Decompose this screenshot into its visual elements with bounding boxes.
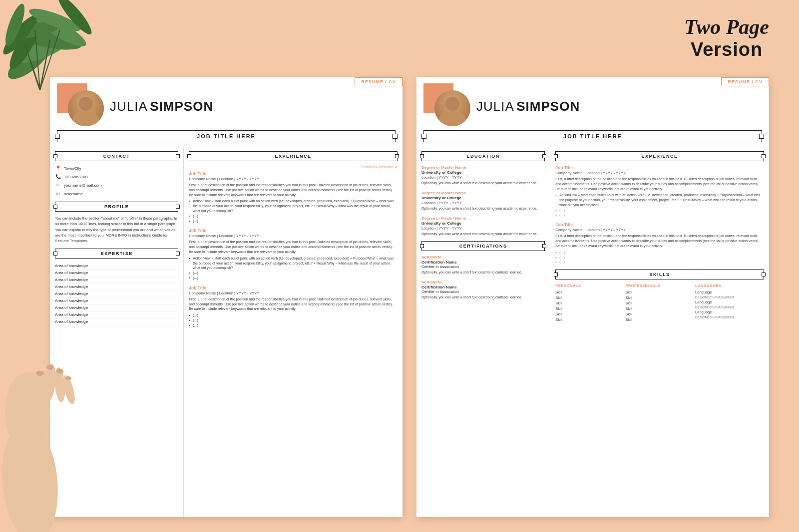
job-entry: Job TitleCompany Name | Location | YYYY …	[555, 165, 764, 217]
page2-body: EDUCATION Degree or Master NameUniversit…	[416, 147, 769, 517]
professional-skill: Skill	[625, 300, 694, 306]
education-degree: Degree or Master Name	[421, 165, 545, 170]
professional-skill: Skill	[625, 311, 694, 317]
first-name-2: JULIA	[476, 99, 514, 114]
contact-address: 📍 Town/City	[55, 165, 178, 171]
profile-photo-2	[434, 90, 470, 126]
job-bullet: Action/How – start each bullet point wit…	[189, 256, 398, 270]
language-name: Language	[695, 289, 764, 295]
education-entry: Degree or Master NameUniversity or Colle…	[421, 216, 545, 237]
featured-badge: Featured Experience ★	[189, 165, 398, 169]
job-company: Company Name | Location | YYYY - YYYY	[555, 228, 764, 232]
profile-section: PROFILE You can include the section "abo…	[55, 202, 178, 244]
profile-header: PROFILE	[55, 202, 178, 212]
job-bullet: (...)	[555, 213, 764, 218]
education-entry: Degree or Master NameUniversity or Colle…	[421, 191, 545, 211]
education-degree: Degree or Master Name	[421, 216, 545, 221]
page2-header: JULIA SIMPSON	[416, 77, 769, 126]
expertise-item: Area of knowledge	[55, 283, 178, 290]
hand-decoration	[0, 332, 90, 532]
education-school: University or College	[421, 170, 545, 175]
job-bullet: (...)	[555, 255, 764, 260]
language-level: Basic/Medium/Advanced	[695, 315, 764, 319]
personal-skill: Skill	[555, 295, 624, 300]
contact-email: ✉ yourname@mail.com	[55, 182, 178, 188]
expertise-header: EXPERTISE	[55, 249, 178, 259]
svg-point-25	[65, 376, 71, 380]
job-entry: Job TitleCompany Name | Location | YYYY …	[189, 285, 398, 328]
personal-skill: Skill	[555, 300, 624, 306]
education-list: Degree or Master NameUniversity or Colle…	[421, 165, 545, 236]
name-section-1: JULIA SIMPSON	[110, 99, 394, 114]
job-title: Job Title	[189, 228, 398, 233]
first-name-1: JULIA	[110, 99, 148, 114]
job-bullet: (...)	[189, 313, 398, 318]
job-bullet: Action/How – start each bullet point wit…	[189, 199, 398, 213]
personal-skill: Skill	[555, 306, 624, 311]
job-description: First, a brief description of the positi…	[555, 234, 764, 248]
job-title: Job Title	[555, 165, 764, 170]
languages-header: LANGUAGES	[695, 283, 764, 288]
skills-grid: PERSONALSSkillSkillSkillSkillSkillSkillP…	[555, 283, 764, 322]
cert-acronym: ACRONYM	[421, 255, 545, 260]
cert-entry: ACRONYMCertification NameCertifier or As…	[421, 280, 545, 300]
page2-right-col: EXPERIENCE Job TitleCompany Name | Locat…	[550, 147, 769, 517]
certifications-list: ACRONYMCertification NameCertifier or As…	[421, 255, 545, 300]
professional-skill: Skill	[625, 295, 694, 300]
location-icon: 📍	[55, 165, 61, 171]
expertise-item: Area of knowledge	[55, 276, 178, 283]
education-location: Location | YYYY - YYYY	[421, 175, 545, 180]
job-title: Job Title	[189, 171, 398, 176]
page2-experience-list: Job TitleCompany Name | Location | YYYY …	[555, 165, 764, 265]
svg-point-22	[36, 371, 44, 376]
education-description: Optionally, you can write a short text d…	[421, 181, 545, 186]
job-bullet: (...)	[189, 323, 398, 328]
language-level: Basic/Medium/Advanced	[695, 305, 764, 309]
profile-text: You can include the section "about me" o…	[55, 216, 178, 244]
expertise-section: EXPERTISE Area of knowledgeArea of knowl…	[55, 249, 178, 325]
expertise-item: Area of knowledge	[55, 297, 178, 304]
cert-acronym: ACRONYM	[421, 280, 545, 284]
job-bullet: (...)	[189, 214, 398, 219]
resume-label-2: RESUME / CV	[721, 77, 769, 86]
job-company: Company Name | Location | YYYY - YYYY	[189, 291, 398, 295]
page1-body: CONTACT 📍 Town/City 📞 123.456.7891	[50, 147, 402, 517]
education-degree: Degree or Master Name	[421, 191, 545, 195]
job-entry: Job TitleCompany Name | Location | YYYY …	[189, 228, 398, 280]
language-name: Language	[695, 309, 764, 315]
plant-decoration	[0, 0, 110, 100]
cert-description: Optionally, you can write a short text d…	[421, 270, 545, 275]
job-bullet: (...)	[555, 260, 764, 265]
name-section-2: JULIA SIMPSON	[476, 99, 760, 114]
skills-professionals-col: PROFESSIONALSSkillSkillSkillSkillSkillSk…	[625, 283, 694, 322]
cert-name: Certification Name	[421, 285, 545, 289]
job-description: First, a brief description of the positi…	[189, 240, 398, 254]
professionals-header: PROFESSIONALS	[625, 283, 694, 288]
job-entry: Job TitleCompany Name | Location | YYYY …	[189, 171, 398, 223]
resume-page-1: RESUME / CV JULIA SIMPSON JOB TITLE HERE…	[50, 77, 402, 517]
professional-skill: Skill	[625, 306, 694, 311]
contact-phone: 📞 123.456.7891	[55, 174, 178, 180]
version-subtitle: Version	[684, 39, 769, 60]
job-company: Company Name | Location | YYYY - YYYY	[189, 177, 398, 181]
expertise-item: Area of knowledge	[55, 269, 178, 276]
job-description: First, a brief description of the positi…	[555, 177, 764, 191]
education-section: EDUCATION Degree or Master NameUniversit…	[421, 151, 545, 236]
experience-header-2: EXPERIENCE	[555, 151, 764, 161]
personal-skill: Skill	[555, 317, 624, 322]
page1-right-col: EXPERIENCE Featured Experience ★ Job Tit…	[184, 147, 402, 517]
professional-skill: Skill	[625, 317, 694, 322]
experience-header-1: EXPERIENCE	[189, 151, 398, 161]
svg-point-23	[46, 365, 53, 370]
resume-page-2: RESUME / CV JULIA SIMPSON JOB TITLE HERE…	[416, 77, 769, 517]
job-title: Job Title	[555, 222, 764, 227]
expertise-item: Area of knowledge	[55, 311, 178, 318]
job-title-bar-1: JOB TITLE HERE	[57, 130, 396, 142]
job-bullet: (...)	[189, 275, 398, 280]
job-bullet: (...)	[555, 208, 764, 213]
job-title-bar-2: JOB TITLE HERE	[423, 130, 762, 142]
job-bullet: (...)	[189, 270, 398, 275]
skills-content: PERSONALSSkillSkillSkillSkillSkillSkillP…	[555, 283, 764, 322]
personal-skill: Skill	[555, 289, 624, 295]
job-company: Company Name | Location | YYYY - YYYY	[555, 171, 764, 175]
